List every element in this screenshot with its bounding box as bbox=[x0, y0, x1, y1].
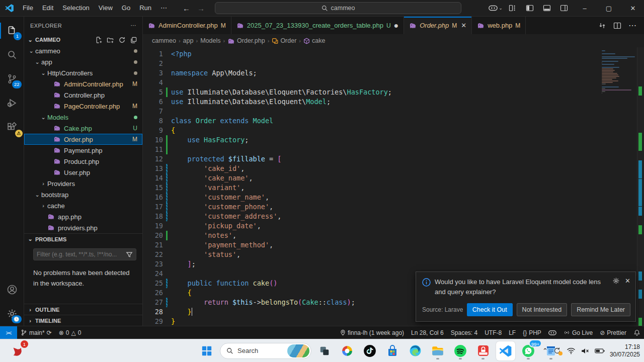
window-maximize-button[interactable]: ▢ bbox=[598, 0, 620, 16]
split-editor-icon[interactable] bbox=[613, 22, 621, 30]
spotify-taskbar-icon[interactable] bbox=[451, 341, 470, 360]
go-live-item[interactable]: Go Live bbox=[560, 327, 596, 338]
settings-gear-icon[interactable]: 🕓 bbox=[0, 302, 24, 326]
copilot-taskbar-icon[interactable] bbox=[338, 341, 357, 360]
tree-file-user.php[interactable]: User.php bbox=[24, 167, 142, 178]
copilot-icon[interactable]: ⌄ bbox=[488, 2, 503, 15]
tree-chevron-icon[interactable]: ⌄ bbox=[39, 70, 47, 76]
problems-section-header[interactable]: ⌄ PROBLEMS bbox=[24, 233, 142, 244]
whatsapp-taskbar-icon[interactable]: 99+ bbox=[519, 341, 538, 360]
editor-tab[interactable]: AdminController.phpM bbox=[143, 17, 231, 34]
new-folder-icon[interactable] bbox=[107, 36, 114, 44]
tree-chevron-icon[interactable]: › bbox=[39, 180, 47, 187]
timeline-section-header[interactable]: › TIMELINE bbox=[24, 315, 142, 326]
tree-folder-bootstrap[interactable]: ⌄bootstrap bbox=[24, 189, 142, 200]
git-branch-item[interactable]: main* ⟳ bbox=[17, 327, 55, 338]
not-interested-button[interactable]: Not Interested bbox=[517, 303, 568, 316]
toggle-panel-icon[interactable] bbox=[539, 2, 554, 15]
breadcrumb-item[interactable]: cake bbox=[303, 37, 325, 44]
menu-run[interactable]: Run bbox=[135, 4, 156, 12]
tab-close-icon[interactable]: ✕ bbox=[461, 22, 466, 29]
microsoft-store-taskbar-icon[interactable] bbox=[383, 341, 402, 360]
anydesk-taskbar-icon[interactable]: 1 bbox=[7, 341, 26, 360]
breadcrumb-item[interactable]: app bbox=[183, 37, 194, 44]
tab-dirty-dot[interactable]: ● bbox=[394, 23, 399, 28]
prettier-item[interactable]: ⊘ Prettier bbox=[596, 327, 630, 338]
cursor-position-item[interactable]: Ln 28, Col 6 bbox=[408, 327, 447, 338]
history-back-button[interactable]: ← bbox=[183, 4, 190, 13]
encoding-item[interactable]: UTF-8 bbox=[481, 327, 505, 338]
breadcrumb-item[interactable]: Models bbox=[200, 37, 220, 44]
task-view-icon[interactable] bbox=[315, 341, 334, 360]
account-icon[interactable] bbox=[0, 278, 24, 302]
menu-view[interactable]: View bbox=[94, 4, 117, 12]
remote-indicator[interactable]: >< bbox=[0, 326, 17, 339]
indentation-item[interactable]: Spaces: 4 bbox=[447, 327, 481, 338]
tree-file-order.php[interactable]: Order.phpM bbox=[24, 134, 142, 145]
new-file-icon[interactable] bbox=[95, 36, 103, 44]
window-minimize-button[interactable]: – bbox=[574, 0, 596, 16]
activity-explorer-icon[interactable]: 1 bbox=[0, 19, 24, 43]
history-forward-button[interactable]: → bbox=[197, 4, 205, 13]
breadcrumb-item[interactable]: cammeo bbox=[152, 37, 176, 44]
git-blame-item[interactable]: finna-lh (1 week ago) bbox=[337, 327, 408, 338]
tree-chevron-icon[interactable]: ⌄ bbox=[27, 48, 35, 54]
toggle-primary-sidebar-icon[interactable] bbox=[522, 2, 537, 15]
start-button[interactable] bbox=[197, 341, 216, 360]
explorer-more-actions-icon[interactable]: ⋯ bbox=[131, 22, 136, 29]
command-center-search[interactable]: cammeo bbox=[215, 2, 461, 14]
problems-filter-input[interactable] bbox=[37, 251, 126, 258]
eol-item[interactable]: LF bbox=[505, 327, 519, 338]
menu-file[interactable]: File bbox=[18, 4, 38, 12]
minimap[interactable] bbox=[601, 48, 636, 98]
refresh-explorer-icon[interactable] bbox=[118, 36, 126, 44]
activity-source-control-icon[interactable]: 22 bbox=[0, 67, 24, 91]
file-explorer-taskbar-icon[interactable] bbox=[428, 341, 447, 360]
tree-file-controller.php[interactable]: Controller.php bbox=[24, 89, 142, 101]
tree-file-providers.php[interactable]: providers.php bbox=[24, 222, 142, 233]
tray-chevron-icon[interactable]: ⌃ bbox=[542, 347, 548, 354]
tree-chevron-icon[interactable]: ⌄ bbox=[39, 114, 47, 121]
customize-layout-icon[interactable] bbox=[505, 2, 520, 15]
breadcrumb-item[interactable]: Order.php bbox=[227, 37, 265, 45]
edge-taskbar-icon[interactable] bbox=[406, 341, 425, 360]
tray-update-icon[interactable] bbox=[553, 346, 561, 355]
compare-changes-icon[interactable] bbox=[598, 22, 606, 30]
tree-folder-cammeo[interactable]: ⌄cammeo bbox=[24, 45, 142, 56]
menu-selection[interactable]: Selection bbox=[58, 4, 94, 12]
collapse-folders-icon[interactable] bbox=[130, 36, 137, 44]
pc-app-store-taskbar-icon[interactable] bbox=[473, 341, 493, 360]
activity-extensions-icon[interactable]: ⚠ bbox=[0, 115, 24, 139]
problems-status-item[interactable]: ⊗ 0 △ 0 bbox=[55, 327, 85, 338]
tree-file-pagecontroller.php[interactable]: PageController.phpM bbox=[24, 101, 142, 112]
tree-chevron-icon[interactable]: ⌄ bbox=[33, 59, 41, 65]
wifi-icon[interactable] bbox=[567, 347, 576, 354]
workspace-section-header[interactable]: ⌄ CAMMEO bbox=[24, 34, 142, 45]
activity-run-debug-icon[interactable] bbox=[0, 91, 24, 115]
menu-more[interactable]: ⋯ bbox=[156, 4, 172, 12]
battery-icon[interactable] bbox=[595, 348, 605, 354]
tree-file-app.php[interactable]: app.php bbox=[24, 211, 142, 222]
vscode-taskbar-icon[interactable] bbox=[496, 341, 515, 360]
language-mode-item[interactable]: {}PHP bbox=[519, 327, 545, 338]
toggle-secondary-sidebar-icon[interactable] bbox=[556, 2, 572, 15]
remind-me-later-button[interactable]: Remind Me Later bbox=[571, 303, 630, 316]
problems-filter[interactable] bbox=[33, 248, 136, 260]
tree-file-cake.php[interactable]: Cake.phpU bbox=[24, 123, 142, 134]
tiktok-taskbar-icon[interactable] bbox=[360, 341, 379, 360]
copilot-status-icon[interactable] bbox=[545, 327, 560, 338]
overview-ruler-scrollbar[interactable] bbox=[637, 47, 644, 326]
menu-go[interactable]: Go bbox=[117, 4, 135, 12]
tree-folder-http-controllers[interactable]: ⌄Http\Controllers bbox=[24, 67, 142, 78]
editor-more-actions-icon[interactable]: ⋯ bbox=[628, 21, 637, 30]
notification-close-icon[interactable]: ✕ bbox=[625, 277, 630, 297]
window-close-button[interactable]: ✕ bbox=[622, 0, 644, 16]
volume-muted-icon[interactable] bbox=[581, 347, 590, 354]
editor-tab[interactable]: web.phpM bbox=[472, 17, 526, 34]
notification-settings-icon[interactable] bbox=[612, 277, 620, 285]
search-highlight-image[interactable] bbox=[287, 344, 309, 357]
breadcrumb-item[interactable]: Order bbox=[272, 37, 296, 44]
taskbar-search-box[interactable]: Search bbox=[220, 343, 311, 359]
tree-folder-cache[interactable]: ›cache bbox=[24, 200, 142, 211]
tree-file-admincontroller.php[interactable]: AdminController.phpM bbox=[24, 78, 142, 89]
